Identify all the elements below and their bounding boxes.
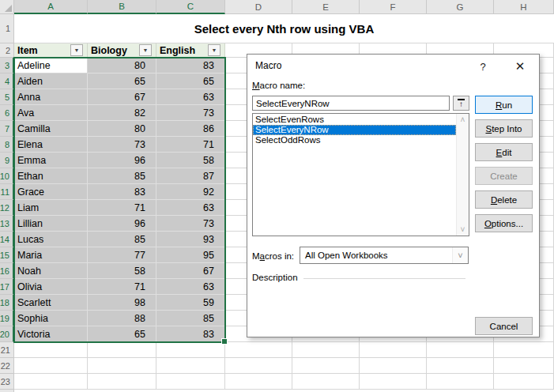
macro-name-input[interactable]: SelectEveryNRow bbox=[252, 96, 450, 111]
chevron-down-icon[interactable]: ˅ bbox=[452, 247, 468, 263]
row-header-21[interactable]: 21 bbox=[0, 342, 14, 358]
cell-A21[interactable] bbox=[14, 342, 88, 358]
cell-A10[interactable]: Ethan bbox=[14, 168, 88, 184]
row-header-11[interactable]: 11 bbox=[0, 184, 14, 200]
cell-B16[interactable]: 58 bbox=[88, 263, 156, 279]
row-header-20[interactable]: 20 bbox=[0, 326, 14, 342]
scroll-up-icon[interactable]: ˄ bbox=[457, 115, 469, 124]
cell-C18[interactable]: 59 bbox=[156, 295, 225, 311]
cell-B6[interactable]: 82 bbox=[88, 105, 156, 121]
filter-button-C[interactable]: ▼ bbox=[208, 44, 220, 56]
edit-button[interactable]: Edit bbox=[475, 143, 533, 161]
step-into-button[interactable]: Step Into bbox=[475, 119, 533, 138]
column-header-F[interactable]: F bbox=[360, 0, 427, 14]
cell-A18[interactable]: Scarlett bbox=[14, 295, 88, 311]
column-header-D[interactable]: D bbox=[225, 0, 292, 14]
row-header-18[interactable]: 18 bbox=[0, 295, 14, 311]
cell-B5[interactable]: 67 bbox=[88, 89, 156, 105]
cell-B8[interactable]: 73 bbox=[88, 137, 156, 153]
cell-H23[interactable] bbox=[494, 374, 554, 390]
row-header-22[interactable]: 22 bbox=[0, 358, 14, 374]
macro-list-scrollbar[interactable]: ˄ ˅ bbox=[456, 114, 469, 236]
cell-B3[interactable]: 80 bbox=[88, 58, 156, 74]
cell-A3[interactable]: Adeline bbox=[14, 58, 88, 74]
cell-D23[interactable] bbox=[225, 374, 292, 390]
cell-B7[interactable]: 80 bbox=[88, 121, 156, 137]
row-header-23[interactable]: 23 bbox=[0, 374, 14, 390]
cell-A9[interactable]: Emma bbox=[14, 153, 88, 168]
cell-B12[interactable]: 71 bbox=[88, 200, 156, 216]
cell-B10[interactable]: 85 bbox=[88, 168, 156, 184]
cell-A23[interactable] bbox=[14, 374, 88, 390]
cell-B23[interactable] bbox=[88, 374, 156, 390]
cell-C14[interactable]: 93 bbox=[156, 232, 225, 247]
cell-B14[interactable]: 85 bbox=[88, 232, 156, 247]
cell-B15[interactable]: 77 bbox=[88, 247, 156, 263]
row-header-3[interactable]: 3 bbox=[0, 58, 14, 74]
row-header-16[interactable]: 16 bbox=[0, 263, 14, 279]
row-header-12[interactable]: 12 bbox=[0, 200, 14, 216]
cell-G22[interactable] bbox=[427, 358, 494, 374]
cell-C8[interactable]: 71 bbox=[156, 137, 225, 153]
cell-A8[interactable]: Elena bbox=[14, 137, 88, 153]
row-header-4[interactable]: 4 bbox=[0, 74, 14, 89]
cell-B18[interactable]: 98 bbox=[88, 295, 156, 311]
cancel-button[interactable]: Cancel bbox=[475, 317, 533, 335]
run-button[interactable]: Run bbox=[475, 96, 533, 114]
cell-G21[interactable] bbox=[427, 342, 494, 358]
cell-A19[interactable]: Sophia bbox=[14, 311, 88, 326]
cell-F23[interactable] bbox=[360, 374, 427, 390]
cell-B20[interactable]: 65 bbox=[88, 326, 156, 342]
cell-C9[interactable]: 58 bbox=[156, 153, 225, 168]
cell-G23[interactable] bbox=[427, 374, 494, 390]
cell-C19[interactable]: 85 bbox=[156, 311, 225, 326]
cell-A12[interactable]: Liam bbox=[14, 200, 88, 216]
scroll-down-icon[interactable]: ˅ bbox=[457, 225, 469, 234]
cell-D22[interactable] bbox=[225, 358, 292, 374]
cell-H22[interactable] bbox=[494, 358, 554, 374]
cell-C7[interactable]: 86 bbox=[156, 121, 225, 137]
macros-in-dropdown[interactable]: All Open Workbooks ˅ bbox=[300, 247, 469, 264]
fill-handle[interactable] bbox=[221, 338, 228, 345]
cell-B21[interactable] bbox=[88, 342, 156, 358]
collapse-dialog-button[interactable]: ↑ bbox=[453, 96, 469, 111]
select-all-button[interactable] bbox=[0, 0, 14, 14]
row-header-2[interactable]: 2 bbox=[0, 43, 14, 58]
close-icon[interactable]: ✕ bbox=[508, 58, 532, 75]
cell-H21[interactable] bbox=[494, 342, 554, 358]
column-header-G[interactable]: G bbox=[427, 0, 494, 14]
row-header-13[interactable]: 13 bbox=[0, 216, 14, 232]
cell-C20[interactable]: 83 bbox=[156, 326, 225, 342]
table-header-english[interactable]: English▼ bbox=[156, 43, 225, 58]
cell-C4[interactable]: 65 bbox=[156, 74, 225, 89]
delete-button[interactable]: Delete bbox=[475, 190, 533, 209]
row-header-8[interactable]: 8 bbox=[0, 137, 14, 153]
column-header-H[interactable]: H bbox=[494, 0, 554, 14]
row-header-15[interactable]: 15 bbox=[0, 247, 14, 263]
cell-F21[interactable] bbox=[360, 342, 427, 358]
cell-C12[interactable]: 63 bbox=[156, 200, 225, 216]
cell-A11[interactable]: Grace bbox=[14, 184, 88, 200]
cell-A4[interactable]: Aiden bbox=[14, 74, 88, 89]
row-header-14[interactable]: 14 bbox=[0, 232, 14, 247]
cell-C21[interactable] bbox=[156, 342, 225, 358]
cell-A6[interactable]: Ava bbox=[14, 105, 88, 121]
cell-F22[interactable] bbox=[360, 358, 427, 374]
cell-C13[interactable]: 73 bbox=[156, 216, 225, 232]
cell-A5[interactable]: Anna bbox=[14, 89, 88, 105]
row-header-5[interactable]: 5 bbox=[0, 89, 14, 105]
cell-C3[interactable]: 83 bbox=[156, 58, 225, 74]
cell-A14[interactable]: Lucas bbox=[14, 232, 88, 247]
row-header-17[interactable]: 17 bbox=[0, 279, 14, 295]
cell-C22[interactable] bbox=[156, 358, 225, 374]
filter-button-B[interactable]: ▼ bbox=[139, 44, 152, 56]
cell-A13[interactable]: Lillian bbox=[14, 216, 88, 232]
cell-C6[interactable]: 73 bbox=[156, 105, 225, 121]
table-header-biology[interactable]: Biology▼ bbox=[88, 43, 156, 58]
row-header-10[interactable]: 10 bbox=[0, 168, 14, 184]
cell-B9[interactable]: 96 bbox=[88, 153, 156, 168]
macro-list-item[interactable]: SelectEvenRows bbox=[253, 115, 456, 125]
cell-A15[interactable]: Maria bbox=[14, 247, 88, 263]
cell-C10[interactable]: 87 bbox=[156, 168, 225, 184]
cell-C16[interactable]: 67 bbox=[156, 263, 225, 279]
